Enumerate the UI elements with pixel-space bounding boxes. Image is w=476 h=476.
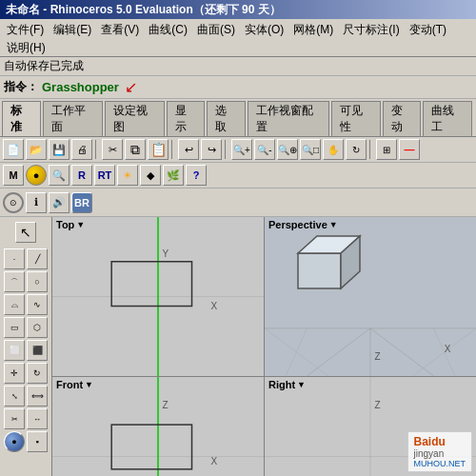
sep3 <box>225 140 228 159</box>
btn-polygon[interactable]: ⬡ <box>27 317 48 338</box>
tab-setview[interactable]: 设定视图 <box>105 101 165 136</box>
btn-render-preview[interactable]: 🔍 <box>49 165 69 186</box>
autosave-bar: 自动保存已完成 <box>0 57 476 76</box>
btn-circle[interactable]: ○ <box>27 271 48 292</box>
menu-help[interactable]: 说明(H) <box>2 39 50 57</box>
btn-sphere[interactable]: ● <box>26 165 47 186</box>
watermark-line2: jingyan <box>414 448 466 459</box>
toolbar-render: M ● 🔍 R RT ☀ ◆ 🌿 ? <box>0 163 476 188</box>
viewport-top[interactable]: Top ▼ X Y <box>52 217 264 376</box>
btn-select-arrow[interactable]: ↖ <box>15 222 36 243</box>
btn-scale[interactable]: ⤡ <box>4 386 25 407</box>
grid-front: X Z <box>52 377 264 476</box>
btn-rect[interactable]: ▭ <box>4 317 25 338</box>
tab-display[interactable]: 显示 <box>167 101 206 136</box>
btn-point[interactable]: · <box>4 248 25 269</box>
btn-help2[interactable]: ? <box>186 165 207 186</box>
tab-transform[interactable]: 变动 <box>383 101 422 136</box>
menu-solid[interactable]: 实体(O) <box>240 21 288 39</box>
main-area: ↖ · ╱ ⌒ ○ ⌓ ∿ ▭ ⬡ ⬜ ⬛ ✛ ↻ ⤡ ⟺ <box>0 217 476 476</box>
menu-file[interactable]: 文件(F) <box>2 21 49 39</box>
menu-dim[interactable]: 尺寸标注(I) <box>338 21 404 39</box>
viewport-perspective-arrow[interactable]: ▼ <box>329 220 338 229</box>
viewport-front[interactable]: Front ▼ X Z <box>52 377 264 476</box>
toolbar-standard: 📄 📂 💾 🖨 ✂ ⧉ 📋 ↩ ↪ 🔍+ 🔍- 🔍⊕ 🔍□ ✋ ↻ ⊞ — <box>0 137 476 163</box>
btn-cut[interactable]: ✂ <box>102 139 123 160</box>
svg-text:X: X <box>211 456 218 466</box>
btn-new[interactable]: 📄 <box>3 139 24 160</box>
menu-transform[interactable]: 变动(T) <box>405 21 451 39</box>
tab-workplane[interactable]: 工作平面 <box>43 101 103 136</box>
viewport-right-arrow[interactable]: ▼ <box>297 380 306 389</box>
btn-extend[interactable]: ↔ <box>27 408 48 429</box>
btn-close-red[interactable]: — <box>399 139 420 160</box>
tab-viewport-config[interactable]: 工作视窗配置 <box>248 101 329 136</box>
btn-rotate[interactable]: ↻ <box>27 363 48 384</box>
btn-render-rt[interactable]: RT <box>94 165 115 186</box>
btn-material[interactable]: M <box>3 165 24 186</box>
btn-extrude[interactable]: ⬛ <box>27 340 48 361</box>
btn-pan[interactable]: ✋ <box>323 139 344 160</box>
svg-line-8 <box>307 328 370 376</box>
viewport-top-label: Top ▼ <box>56 219 85 230</box>
svg-text:Y: Y <box>162 248 169 259</box>
btn-trim[interactable]: ✂ <box>4 408 25 429</box>
svg-line-11 <box>286 328 307 376</box>
btn-plant[interactable]: 🌿 <box>163 165 184 186</box>
command-bar: 指令： Grasshopper ↙ <box>0 76 476 99</box>
menu-view[interactable]: 查看(V) <box>96 21 144 39</box>
viewport-perspective[interactable]: Perspective ▼ X Z <box>265 217 476 376</box>
btn-save[interactable]: 💾 <box>49 139 69 160</box>
btn-render-r[interactable]: R <box>71 165 92 186</box>
btn-sun[interactable]: ☀ <box>117 165 138 186</box>
menu-mesh[interactable]: 网格(M) <box>288 21 338 39</box>
tab-visibility[interactable]: 可见性 <box>331 101 381 136</box>
btn-freeform[interactable]: ∿ <box>27 294 48 315</box>
tab-curve-tools[interactable]: 曲线工 <box>423 101 472 136</box>
svg-text:X: X <box>211 301 218 311</box>
btn-polyline[interactable]: ⌒ <box>4 271 25 292</box>
command-label: 指令： <box>4 79 38 95</box>
tabs-row: 标准 工作平面 设定视图 显示 选取 工作视窗配置 可见性 变动 曲线工 <box>0 99 476 137</box>
command-input[interactable]: Grasshopper <box>42 80 119 94</box>
btn-br[interactable]: BR <box>71 192 92 213</box>
btn-sound[interactable]: 🔊 <box>49 192 69 213</box>
svg-text:Z: Z <box>162 400 168 410</box>
menu-surface[interactable]: 曲面(S) <box>192 21 240 39</box>
btn-zoom-window[interactable]: 🔍□ <box>300 139 321 160</box>
btn-line[interactable]: ╱ <box>27 248 48 269</box>
btn-mirror[interactable]: ⟺ <box>27 386 48 407</box>
btn-info[interactable]: ℹ <box>26 192 47 213</box>
menu-edit[interactable]: 编辑(E) <box>49 21 96 39</box>
svg-text:X: X <box>445 344 451 354</box>
btn-move[interactable]: ✛ <box>4 363 25 384</box>
viewport-top-arrow[interactable]: ▼ <box>76 220 85 229</box>
title-text: 未命名 - Rhinoceros 5.0 Evaluation（还剩下 90 天… <box>6 2 281 18</box>
btn-arc[interactable]: ⌓ <box>4 294 25 315</box>
tab-select[interactable]: 选取 <box>207 101 246 136</box>
btn-open[interactable]: 📂 <box>26 139 47 160</box>
btn-surface[interactable]: ⬜ <box>4 340 25 361</box>
tab-standard[interactable]: 标准 <box>2 101 41 136</box>
btn-osnap-circle[interactable]: ⊙ <box>3 192 24 213</box>
btn-sphere2[interactable]: ● <box>4 431 25 452</box>
menu-curve[interactable]: 曲线(C) <box>144 21 192 39</box>
btn-print[interactable]: 🖨 <box>71 139 92 160</box>
btn-copy[interactable]: ⧉ <box>125 139 146 160</box>
btn-box[interactable]: ▪ <box>27 431 48 452</box>
btn-undo[interactable]: ↩ <box>178 139 199 160</box>
svg-text:Z: Z <box>374 351 380 362</box>
watermark: Baidu jingyan MUHOU.NET <box>407 431 473 472</box>
btn-zoom-extent[interactable]: 🔍⊕ <box>277 139 298 160</box>
btn-rotate-view[interactable]: ↻ <box>346 139 367 160</box>
btn-diamond[interactable]: ◆ <box>140 165 161 186</box>
viewport-front-arrow[interactable]: ▼ <box>85 380 93 389</box>
btn-grid[interactable]: ⊞ <box>376 139 397 160</box>
autosave-text: 自动保存已完成 <box>4 59 84 72</box>
btn-zoom-in[interactable]: 🔍+ <box>231 139 252 160</box>
btn-zoom-out[interactable]: 🔍- <box>254 139 275 160</box>
btn-redo[interactable]: ↪ <box>201 139 222 160</box>
viewport-perspective-label: Perspective ▼ <box>268 219 338 230</box>
svg-rect-24 <box>111 425 191 469</box>
btn-paste[interactable]: 📋 <box>148 139 169 160</box>
